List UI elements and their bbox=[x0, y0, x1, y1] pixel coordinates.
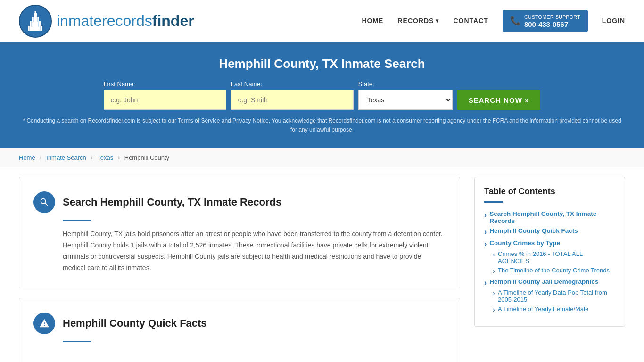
warning-section-icon bbox=[33, 313, 55, 334]
logo-text-normal: inmaterecords bbox=[57, 12, 152, 29]
toc-title: Table of Contents bbox=[484, 187, 615, 197]
support-box: 📞 CUSTOMER SUPPORT 800-433-0567 bbox=[503, 10, 588, 32]
logo-text: inmaterecordsfinder bbox=[57, 12, 194, 30]
section2-divider bbox=[63, 341, 91, 342]
toc-sublink[interactable]: The Timeline of the County Crime Trends bbox=[493, 267, 615, 275]
logo-area: inmaterecordsfinder bbox=[19, 5, 194, 38]
nav-login[interactable]: LOGIN bbox=[602, 17, 625, 25]
main-nav: HOME RECORDS CONTACT 📞 CUSTOMER SUPPORT … bbox=[362, 10, 625, 32]
sidebar: Table of Contents Search Hemphill County… bbox=[474, 177, 625, 362]
toc-subitem: A Timeline of Yearly Female/Male bbox=[493, 305, 615, 314]
toc-subitem: Crimes % in 2016 - TOTAL ALL AGENCIES bbox=[493, 250, 615, 264]
svg-rect-8 bbox=[33, 17, 34, 22]
search-section-icon bbox=[33, 191, 55, 213]
support-number: 800-433-0567 bbox=[524, 20, 580, 28]
svg-rect-11 bbox=[37, 17, 38, 22]
nav-contact[interactable]: CONTACT bbox=[453, 17, 488, 25]
toc-sublink[interactable]: Crimes % in 2016 - TOTAL ALL AGENCIES bbox=[493, 250, 615, 264]
hero-disclaimer: * Conducting a search on Recordsfinder.c… bbox=[19, 116, 625, 134]
last-name-label: Last Name: bbox=[231, 81, 262, 88]
state-select[interactable]: AlabamaAlaskaArizonaArkansasCaliforniaCo… bbox=[358, 90, 453, 110]
toc-sublink[interactable]: A Timeline of Yearly Data Pop Total from… bbox=[493, 289, 615, 303]
section-search-records: Search Hemphill County, TX Inmate Record… bbox=[19, 177, 460, 288]
breadcrumb-sep-2: › bbox=[91, 154, 92, 161]
section1-header: Search Hemphill County, TX Inmate Record… bbox=[33, 191, 446, 213]
site-header: inmaterecordsfinder HOME RECORDS CONTACT… bbox=[0, 0, 644, 42]
state-group: State: AlabamaAlaskaArizonaArkansasCalif… bbox=[358, 81, 453, 110]
svg-rect-10 bbox=[38, 21, 39, 27]
section2-title: Hemphill County Quick Facts bbox=[63, 317, 207, 329]
section1-body: Hemphill County, TX jails hold prisoners… bbox=[63, 229, 446, 273]
last-name-input[interactable] bbox=[231, 90, 354, 110]
toc-list: Search Hemphill County, TX Inmate Record… bbox=[484, 210, 615, 314]
svg-rect-6 bbox=[29, 26, 30, 31]
logo-text-bold: finder bbox=[152, 12, 194, 29]
disclaimer-text: * Conducting a search on Recordsfinder.c… bbox=[23, 117, 621, 133]
last-name-group: Last Name: bbox=[231, 81, 354, 110]
breadcrumb: Home › Inmate Search › Texas › Hemphill … bbox=[0, 148, 644, 167]
section1-divider bbox=[63, 220, 91, 221]
toc-item: County Crimes by TypeCrimes % in 2016 - … bbox=[484, 239, 615, 275]
search-icon bbox=[39, 197, 50, 207]
phone-icon: 📞 bbox=[510, 16, 520, 26]
toc-subitem: The Timeline of the County Crime Trends bbox=[493, 267, 615, 275]
search-form: First Name: Last Name: State: AlabamaAla… bbox=[19, 81, 625, 110]
toc-subitem: A Timeline of Yearly Data Pop Total from… bbox=[493, 289, 615, 303]
toc-divider bbox=[484, 201, 503, 203]
section1-title: Search Hemphill County, TX Inmate Record… bbox=[63, 196, 281, 208]
toc-item: Hemphill County Jail DemographicsA Timel… bbox=[484, 278, 615, 314]
toc-sublink[interactable]: A Timeline of Yearly Female/Male bbox=[493, 305, 615, 314]
support-info: CUSTOMER SUPPORT 800-433-0567 bbox=[524, 14, 580, 28]
support-label: CUSTOMER SUPPORT bbox=[524, 14, 580, 20]
breadcrumb-home[interactable]: Home bbox=[19, 154, 35, 161]
toc-item: Hemphill County Quick Facts bbox=[484, 227, 615, 236]
toc-link[interactable]: Search Hemphill County, TX Inmate Record… bbox=[484, 210, 615, 224]
main-content: Search Hemphill County, TX Inmate Record… bbox=[0, 167, 644, 362]
svg-rect-7 bbox=[31, 21, 32, 27]
first-name-label: First Name: bbox=[104, 81, 135, 88]
page-title: Hemphill County, TX Inmate Search bbox=[19, 57, 625, 71]
first-name-input[interactable] bbox=[104, 90, 226, 110]
svg-rect-9 bbox=[40, 26, 41, 31]
breadcrumb-current: Hemphill County bbox=[124, 154, 169, 161]
nav-home[interactable]: HOME bbox=[362, 17, 383, 25]
section2-header: Hemphill County Quick Facts bbox=[33, 313, 446, 334]
toc-sublist: Crimes % in 2016 - TOTAL ALL AGENCIESThe… bbox=[493, 250, 615, 275]
section-quick-facts: Hemphill County Quick Facts bbox=[19, 298, 460, 362]
breadcrumb-texas[interactable]: Texas bbox=[97, 154, 113, 161]
toc-link[interactable]: Hemphill County Quick Facts bbox=[484, 227, 615, 236]
toc-link[interactable]: County Crimes by Type bbox=[484, 239, 615, 248]
logo-icon bbox=[19, 5, 52, 38]
content-area: Search Hemphill County, TX Inmate Record… bbox=[19, 177, 474, 362]
warning-icon bbox=[39, 318, 50, 329]
svg-rect-5 bbox=[35, 11, 36, 14]
state-label: State: bbox=[358, 81, 374, 88]
breadcrumb-sep-1: › bbox=[40, 154, 41, 161]
toc-link[interactable]: Hemphill County Jail Demographics bbox=[484, 278, 615, 287]
breadcrumb-inmate-search[interactable]: Inmate Search bbox=[46, 154, 86, 161]
search-button[interactable]: SEARCH NOW » bbox=[457, 90, 541, 110]
toc-box: Table of Contents Search Hemphill County… bbox=[474, 177, 625, 327]
hero-section: Hemphill County, TX Inmate Search First … bbox=[0, 42, 644, 148]
first-name-group: First Name: bbox=[104, 81, 226, 110]
breadcrumb-sep-3: › bbox=[118, 154, 120, 161]
toc-sublist: A Timeline of Yearly Data Pop Total from… bbox=[493, 289, 615, 314]
toc-item: Search Hemphill County, TX Inmate Record… bbox=[484, 210, 615, 224]
nav-records[interactable]: RECORDS bbox=[397, 17, 439, 25]
